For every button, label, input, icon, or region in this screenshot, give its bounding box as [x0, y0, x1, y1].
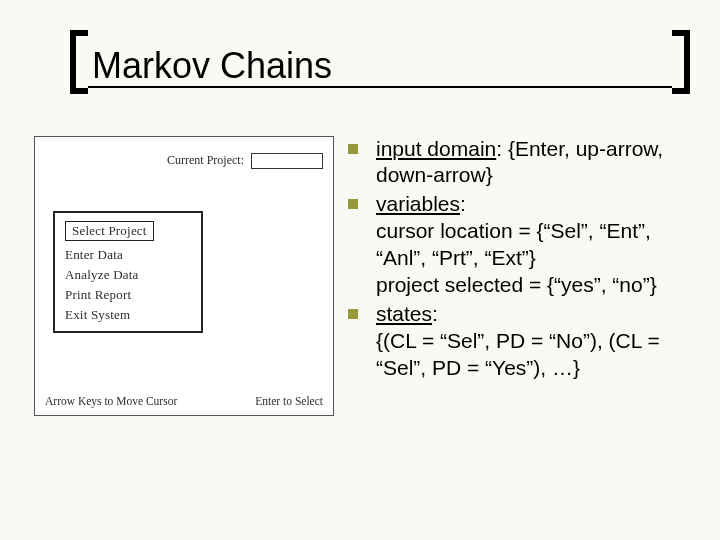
- hint-left: Arrow Keys to Move Cursor: [45, 395, 177, 407]
- menu-item-selected: Select Project: [65, 221, 154, 241]
- menu-screenshot-figure: Current Project: Select Project Enter Da…: [34, 136, 334, 416]
- current-project-field: [251, 153, 323, 169]
- page-title: Markov Chains: [74, 42, 350, 100]
- bullet-label: states: [376, 302, 432, 325]
- bracket-right-icon: [672, 30, 690, 94]
- menu-item: Enter Data: [65, 245, 191, 265]
- square-bullet-icon: [348, 309, 358, 319]
- square-bullet-icon: [348, 199, 358, 209]
- bullet-rest: :: [432, 302, 438, 325]
- title-wrap: Markov Chains: [74, 42, 686, 100]
- bullet-text: variables:: [376, 191, 466, 218]
- hint-right: Enter to Select: [255, 395, 323, 407]
- bullet-text: input domain: {Enter, up-arrow, down-arr…: [376, 136, 686, 190]
- current-project-row: Current Project:: [45, 153, 323, 169]
- slide: Markov Chains Current Project: Select Pr…: [0, 0, 720, 540]
- bullet-subtext: {(CL = “Sel”, PD = “No”), (CL = “Sel”, P…: [376, 328, 686, 382]
- bullet-rest: :: [460, 192, 466, 215]
- bullet-item: input domain: {Enter, up-arrow, down-arr…: [348, 136, 686, 190]
- bullet-label: input domain: [376, 137, 496, 160]
- figure-hints: Arrow Keys to Move Cursor Enter to Selec…: [45, 395, 323, 407]
- figure-column: Current Project: Select Project Enter Da…: [34, 136, 334, 416]
- bullet-label: variables: [376, 192, 460, 215]
- bullet-text: states:: [376, 301, 438, 328]
- square-bullet-icon: [348, 144, 358, 154]
- bullet-item: variables: cursor location = {“Sel”, “En…: [348, 191, 686, 299]
- menu-item: Exit System: [65, 305, 191, 325]
- current-project-label: Current Project:: [167, 153, 244, 167]
- slide-body: Current Project: Select Project Enter Da…: [34, 136, 686, 416]
- bullets-column: input domain: {Enter, up-arrow, down-arr…: [348, 136, 686, 416]
- menu-item: Print Report: [65, 285, 191, 305]
- bullet-subtext: cursor location = {“Sel”, “Ent”, “Anl”, …: [376, 218, 686, 272]
- bullet-subtext: project selected = {“yes”, “no”}: [376, 272, 686, 299]
- bullet-item: states: {(CL = “Sel”, PD = “No”), (CL = …: [348, 301, 686, 382]
- menu-box: Select Project Enter Data Analyze Data P…: [53, 211, 203, 333]
- menu-item: Analyze Data: [65, 265, 191, 285]
